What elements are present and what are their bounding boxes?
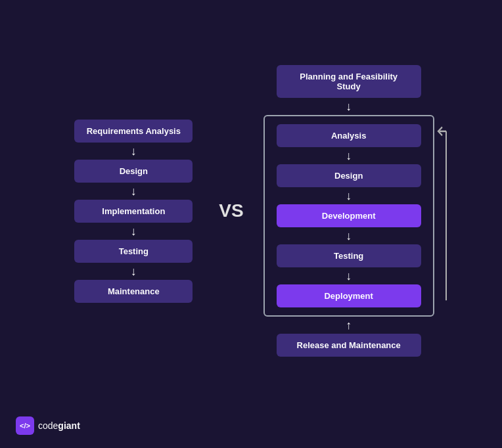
- left-design-box: Design: [74, 160, 193, 183]
- arrow-4: ↓: [131, 265, 137, 277]
- inner-border-box: Analysis ↓ Design ↓ Development ↓ Testin…: [263, 115, 434, 317]
- arrow-3: ↓: [131, 225, 137, 237]
- arrow-2: ↓: [131, 185, 137, 197]
- loop-arrow-svg: [437, 123, 449, 309]
- vs-label: VS: [219, 200, 243, 221]
- right-analysis-box: Analysis: [277, 124, 421, 147]
- logo-text: codegiant: [38, 420, 80, 431]
- logo-bold: giant: [58, 420, 80, 431]
- inner-arrow-1: ↓: [346, 150, 352, 162]
- loop-arrow-container: [437, 123, 449, 309]
- logo-svg: </>: [19, 420, 31, 432]
- right-column: Planning and Feasibility Study ↓ Analysi…: [263, 65, 434, 357]
- arrow-1: ↓: [131, 145, 137, 157]
- logo-container: </> codegiant: [16, 416, 80, 435]
- left-testing-box: Testing: [74, 240, 193, 263]
- arrow-top: ↓: [346, 101, 352, 112]
- release-box: Release and Maintenance: [277, 334, 421, 357]
- right-deployment-box: Deployment: [277, 284, 421, 307]
- logo-icon: </>: [16, 416, 34, 435]
- right-development-box: Development: [277, 204, 421, 227]
- svg-text:</>: </>: [20, 422, 30, 430]
- planning-box: Planning and Feasibility Study: [277, 65, 421, 98]
- arrow-bottom: ↑: [346, 319, 352, 331]
- right-design-box: Design: [277, 164, 421, 187]
- left-column: Requirements Analysis ↓ Design ↓ Impleme…: [68, 120, 199, 303]
- inner-arrow-4: ↓: [346, 270, 352, 282]
- left-implementation-box: Implementation: [74, 200, 193, 223]
- inner-arrow-3: ↓: [346, 230, 352, 242]
- left-maintenance-box: Maintenance: [74, 280, 193, 303]
- left-requirements-box: Requirements Analysis: [74, 120, 193, 143]
- inner-arrow-2: ↓: [346, 190, 352, 202]
- right-testing-box: Testing: [277, 244, 421, 267]
